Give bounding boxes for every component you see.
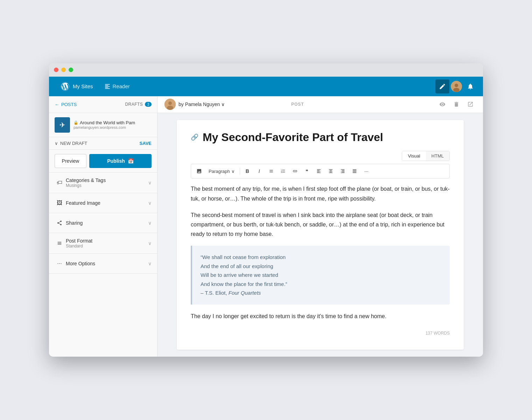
blockquote-line-1: “We shall not cease from exploration (201, 254, 286, 260)
back-arrow-icon: ← (55, 102, 59, 107)
blockquote-content: “We shall not cease from exploration And… (201, 253, 441, 298)
trash-button[interactable] (451, 99, 462, 110)
action-buttons: Preview Publish 📅 (49, 150, 157, 173)
site-name: 🔒 Around the World with Pam (74, 120, 135, 125)
blockquote-button[interactable]: ❝ (302, 166, 312, 176)
blockquote-line-2: And the end of all our exploring (201, 263, 273, 269)
blockquote: “We shall not cease from exploration And… (191, 246, 450, 304)
body-paragraph-2: The second-best moment of travel is when… (191, 210, 450, 239)
editor-area[interactable]: 🔗 My Second-Favorite Part of Travel Visu… (158, 113, 483, 357)
align-center-button[interactable] (326, 166, 336, 176)
sidebar-sharing[interactable]: Sharing ∨ (49, 213, 157, 233)
svg-point-4 (168, 102, 172, 105)
app-window: My Sites Reader (49, 63, 483, 357)
more-options-title: More Options (66, 261, 148, 266)
word-count: 137 WORDS (191, 328, 450, 336)
author-text: by Pamela Nguyen ∨ (178, 102, 225, 107)
drafts-badge[interactable]: DRAFTS 3 (125, 102, 152, 107)
italic-button[interactable]: I (254, 166, 265, 176)
preview-eye-button[interactable] (437, 99, 448, 110)
publish-button[interactable]: Publish 📅 (89, 154, 152, 168)
bell-icon (467, 83, 474, 90)
align-center-icon (328, 169, 333, 174)
toolbar-divider-1 (240, 168, 240, 175)
categories-tags-text: Categories & Tags Musings (66, 177, 148, 188)
notifications-button[interactable] (463, 79, 477, 93)
lock-icon: 🔒 (74, 120, 78, 125)
site-icon: ✈ (55, 117, 70, 133)
blockquote-attribution: – T.S. Eliot, Four Quartets (201, 290, 261, 296)
closing-paragraph: The day I no longer get excited to retur… (191, 312, 450, 321)
paragraph-select[interactable]: Paragraph ∨ (206, 167, 238, 175)
content-header: by Pamela Nguyen ∨ POST (158, 96, 483, 113)
align-left-icon (316, 169, 321, 174)
nav-reader-label: Reader (113, 83, 130, 89)
user-avatar[interactable] (451, 81, 462, 92)
sharing-title: Sharing (66, 220, 148, 226)
ul-icon (269, 169, 274, 174)
drafts-label: DRAFTS (125, 102, 143, 107)
preview-button[interactable]: Preview (55, 154, 86, 168)
body-paragraph-1: The best moment of any trip, for me, is … (191, 184, 450, 203)
wordpress-logo (60, 82, 70, 91)
sidebar-post-format[interactable]: Post Format Standard ∨ (49, 233, 157, 254)
align-right-button[interactable] (337, 166, 348, 176)
calendar-icon: 📅 (128, 158, 134, 164)
insert-media-button[interactable] (194, 166, 204, 176)
publish-label: Publish (107, 158, 125, 164)
sidebar-featured-image[interactable]: 🖼 Featured Image ∨ (49, 193, 157, 213)
site-info: ✈ 🔒 Around the World with Pam pamelanguy… (49, 113, 157, 137)
header-actions (437, 99, 476, 110)
main-layout: ← POSTS DRAFTS 3 ✈ 🔒 Around the World wi… (49, 96, 483, 357)
svg-point-2 (453, 88, 460, 92)
nav-mysites[interactable]: My Sites (55, 82, 99, 91)
align-left-button[interactable] (314, 166, 324, 176)
sidebar-categories-tags[interactable]: 🏷 Categories & Tags Musings ∨ (49, 173, 157, 193)
more-icon: ··· (55, 259, 64, 268)
tag-icon: 🏷 (55, 178, 64, 188)
external-link-icon (467, 101, 474, 107)
author-by-label: by Pamela Nguyen (178, 102, 220, 107)
nav-reader[interactable]: Reader (99, 77, 135, 96)
blockquote-line-4: And know the place for the first time.” (201, 281, 287, 287)
link-button[interactable] (290, 166, 300, 176)
minimize-dot[interactable] (61, 68, 66, 72)
author-dropdown-icon[interactable]: ∨ (221, 102, 225, 107)
maximize-dot[interactable] (69, 68, 73, 72)
ordered-list-button[interactable] (278, 166, 288, 176)
save-button[interactable]: SAVE (140, 141, 152, 146)
back-to-posts[interactable]: ← POSTS (55, 102, 77, 107)
bold-button[interactable]: B (242, 166, 253, 176)
content-area: by Pamela Nguyen ∨ POST (158, 96, 483, 357)
write-button[interactable] (435, 79, 449, 93)
link-toolbar-icon (293, 169, 298, 174)
sidebar-header: ← POSTS DRAFTS 3 (49, 96, 157, 113)
editor-tabs: Visual HTML (402, 151, 450, 161)
more-toolbar-button[interactable]: ··· (361, 166, 372, 176)
author-avatar (164, 99, 176, 110)
unordered-list-button[interactable] (266, 166, 276, 176)
tab-html[interactable]: HTML (426, 151, 449, 161)
paragraph-label: Paragraph (209, 169, 230, 174)
reader-icon (104, 83, 111, 90)
write-icon (439, 83, 446, 90)
eye-icon (439, 101, 446, 107)
close-dot[interactable] (54, 68, 58, 72)
post-title[interactable]: My Second-Favorite Part of Travel (203, 131, 383, 144)
link-icon: 🔗 (191, 133, 198, 141)
author-info: by Pamela Nguyen ∨ (164, 99, 225, 110)
align-right-icon (340, 169, 345, 174)
tab-visual[interactable]: Visual (402, 151, 426, 161)
external-link-button[interactable] (465, 99, 476, 110)
share-icon (55, 218, 64, 228)
chevron-icon-3: ∨ (148, 240, 152, 246)
justify-icon (352, 169, 357, 174)
justify-button[interactable] (349, 166, 360, 176)
post-body[interactable]: The best moment of any trip, for me, is … (191, 184, 450, 321)
more-options-text: More Options (66, 261, 148, 266)
sidebar-more-options[interactable]: ··· More Options ∨ (49, 254, 157, 274)
site-url: pamelanguyen.wordpress.com (74, 125, 135, 130)
chevron-icon-4: ∨ (148, 261, 152, 266)
chevron-icon-1: ∨ (148, 200, 152, 206)
post-format-text: Post Format Standard (66, 238, 148, 248)
